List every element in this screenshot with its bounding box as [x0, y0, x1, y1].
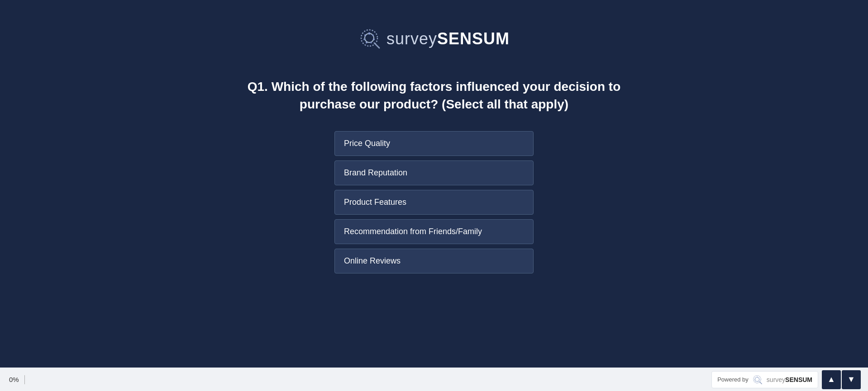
svg-point-8: [364, 34, 366, 36]
progress-divider: [24, 375, 25, 384]
progress-section: 0%: [9, 375, 25, 384]
svg-point-2: [368, 33, 370, 35]
powered-by-label: Powered by: [717, 376, 749, 383]
option-online-reviews[interactable]: Online Reviews: [334, 249, 534, 273]
svg-point-16: [755, 381, 756, 382]
powered-by-box: Powered by surveySENSUM: [711, 371, 818, 388]
question-label: Q1. Which of the following factors influ…: [230, 78, 638, 113]
question-text: Which of the following factors influence…: [272, 80, 621, 111]
powered-sensum: SENSUM: [785, 376, 812, 383]
svg-point-12: [757, 377, 758, 377]
option-price-quality[interactable]: Price Quality: [334, 131, 534, 156]
logo-container: surveySENSUM: [358, 27, 510, 51]
svg-point-7: [363, 38, 365, 40]
logo-survey: survey: [386, 29, 437, 48]
question-container: Q1. Which of the following factors influ…: [230, 78, 638, 273]
svg-point-18: [755, 377, 756, 378]
svg-point-13: [758, 377, 759, 378]
progress-percent: 0%: [9, 376, 19, 383]
svg-point-5: [370, 42, 372, 43]
svg-line-19: [759, 382, 762, 384]
powered-logo-icon: [752, 374, 763, 385]
svg-point-17: [754, 379, 755, 380]
logo-icon: [358, 27, 382, 51]
nav-up-button[interactable]: ▲: [822, 370, 841, 389]
powered-survey: survey: [767, 376, 785, 383]
option-recommendation[interactable]: Recommendation from Friends/Family: [334, 219, 534, 244]
powered-logo-text: surveySENSUM: [767, 376, 812, 383]
nav-down-button[interactable]: ▼: [842, 370, 861, 389]
logo-sensum: SENSUM: [437, 29, 510, 48]
option-brand-reputation[interactable]: Brand Reputation: [334, 160, 534, 185]
svg-point-4: [373, 38, 375, 40]
main-content: surveySENSUM Q1. Which of the following …: [0, 0, 868, 391]
svg-point-3: [372, 34, 374, 36]
option-product-features[interactable]: Product Features: [334, 190, 534, 215]
nav-buttons: ▲ ▼: [822, 370, 861, 389]
bottom-bar: 0% Powered by surveySENSUM ▲: [0, 367, 868, 391]
options-list: Price QualityBrand ReputationProduct Fea…: [230, 131, 638, 273]
svg-point-14: [759, 379, 760, 380]
svg-point-6: [366, 42, 367, 43]
logo-text: surveySENSUM: [386, 29, 510, 48]
powered-section: Powered by surveySENSUM ▲ ▼: [711, 370, 861, 389]
svg-point-15: [758, 381, 758, 382]
question-number: Q1.: [248, 80, 268, 94]
svg-line-9: [374, 43, 379, 48]
